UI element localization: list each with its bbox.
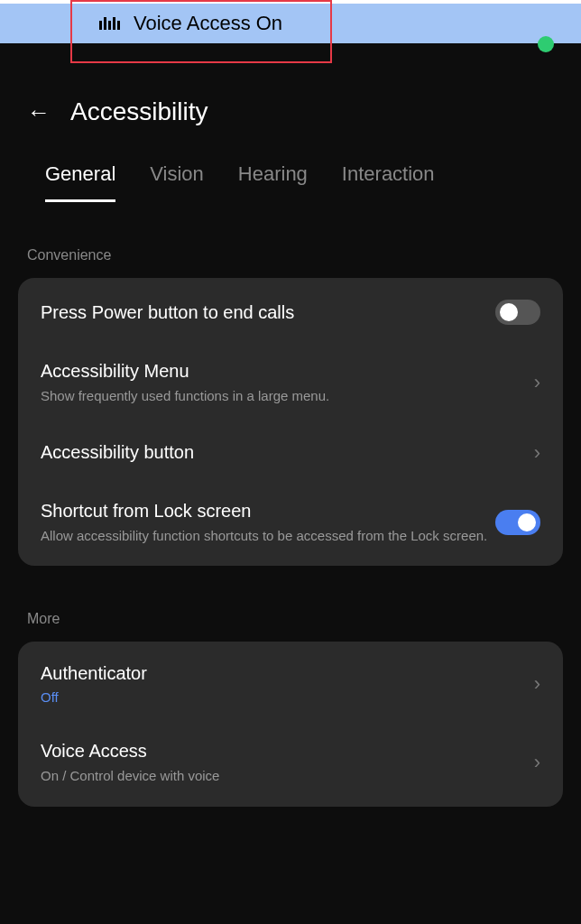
tab-hearing[interactable]: Hearing bbox=[238, 162, 308, 202]
toggle-press-power[interactable] bbox=[495, 300, 540, 325]
row-title: Shortcut from Lock screen bbox=[41, 501, 495, 522]
section-label-more: More bbox=[0, 566, 581, 642]
chevron-right-icon: › bbox=[534, 672, 540, 696]
chevron-right-icon: › bbox=[534, 441, 540, 465]
convenience-card: Press Power button to end calls Accessib… bbox=[18, 278, 563, 566]
row-subtitle-status: Off bbox=[41, 689, 525, 705]
row-press-power-end-calls[interactable]: Press Power button to end calls bbox=[18, 282, 563, 343]
row-voice-access[interactable]: Voice Access On / Control device with vo… bbox=[18, 723, 563, 803]
row-title: Voice Access bbox=[41, 741, 525, 762]
row-title: Accessibility button bbox=[41, 442, 525, 463]
row-subtitle: Show frequently used functions in a larg… bbox=[41, 387, 525, 405]
back-button[interactable]: ← bbox=[27, 98, 51, 126]
row-subtitle: Allow accessibility function shortcuts t… bbox=[41, 527, 495, 545]
page-header: ← Accessibility bbox=[0, 70, 581, 144]
audio-level-icon bbox=[99, 17, 120, 30]
toggle-shortcut-lock[interactable] bbox=[495, 510, 540, 535]
row-authenticator[interactable]: Authenticator Off › bbox=[18, 645, 563, 723]
section-label-convenience: Convenience bbox=[0, 202, 581, 278]
row-shortcut-lock-screen[interactable]: Shortcut from Lock screen Allow accessib… bbox=[18, 483, 563, 563]
row-subtitle: On / Control device with voice bbox=[41, 767, 525, 785]
row-accessibility-menu[interactable]: Accessibility Menu Show frequently used … bbox=[18, 343, 563, 423]
row-title: Accessibility Menu bbox=[41, 361, 525, 382]
status-indicator bbox=[538, 36, 554, 52]
more-card: Authenticator Off › Voice Access On / Co… bbox=[18, 642, 563, 807]
notification-text: Voice Access On bbox=[134, 12, 282, 35]
tab-general[interactable]: General bbox=[45, 162, 115, 202]
row-title: Authenticator bbox=[41, 663, 525, 684]
page-title: Accessibility bbox=[70, 97, 208, 126]
row-accessibility-button[interactable]: Accessibility button › bbox=[18, 423, 563, 483]
tab-vision[interactable]: Vision bbox=[150, 162, 204, 202]
tab-interaction[interactable]: Interaction bbox=[342, 162, 435, 202]
chevron-right-icon: › bbox=[534, 371, 540, 394]
tab-bar: General Vision Hearing Interaction bbox=[0, 144, 581, 202]
voice-access-notification[interactable]: Voice Access On bbox=[0, 4, 581, 43]
row-title: Press Power button to end calls bbox=[41, 302, 495, 323]
chevron-right-icon: › bbox=[534, 751, 540, 774]
